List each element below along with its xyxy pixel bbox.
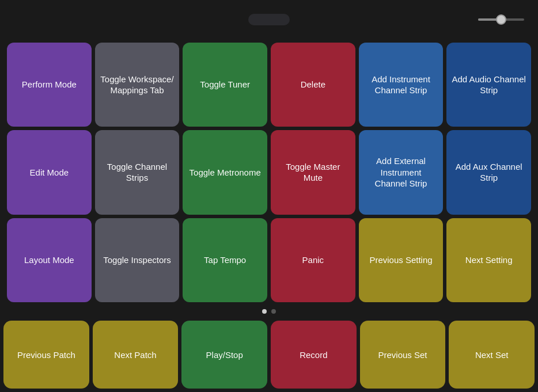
bottom-bar: Previous PatchNext PatchPlay/StopRecordP… [0, 317, 538, 392]
grid-btn-r1-c4[interactable]: Add External Instrument Channel Strip [359, 130, 444, 214]
grid-container: Perform ModeToggle Workspace/ Mappings T… [3, 39, 535, 306]
grid-btn-r1-c5[interactable]: Add Aux Channel Strip [446, 130, 531, 214]
grid-btn-r0-c4[interactable]: Add Instrument Channel Strip [359, 43, 444, 127]
grid-btn-r0-c5[interactable]: Add Audio Channel Strip [446, 43, 531, 127]
grid-btn-r2-c3[interactable]: Panic [271, 218, 355, 302]
nav-next-button[interactable] [274, 18, 278, 21]
grid-btn-r2-c5[interactable]: Next Setting [446, 218, 531, 302]
grid-btn-r2-c2[interactable]: Tap Tempo [183, 218, 267, 302]
pagination [3, 306, 535, 317]
header-right [478, 18, 531, 21]
grid-btn-r0-c2[interactable]: Toggle Tuner [183, 43, 267, 127]
bottom-btn-4[interactable]: Previous Set [360, 321, 446, 389]
grid-btn-r1-c1[interactable]: Toggle Channel Strips [95, 130, 180, 214]
bottom-btn-0[interactable]: Previous Patch [3, 321, 89, 389]
grid-btn-r2-c1[interactable]: Toggle Inspectors [95, 218, 180, 302]
grid-btn-r0-c0[interactable]: Perform Mode [7, 43, 92, 127]
bottom-btn-3[interactable]: Record [271, 321, 357, 389]
header-center [248, 14, 290, 25]
bottom-btn-1[interactable]: Next Patch [93, 321, 179, 389]
main-content: Perform ModeToggle Workspace/ Mappings T… [0, 39, 538, 317]
nav-prev-button[interactable] [260, 18, 264, 21]
bottom-btn-2[interactable]: Play/Stop [181, 321, 267, 389]
volume-control[interactable] [478, 18, 524, 21]
grid-btn-r1-c3[interactable]: Toggle Master Mute [271, 130, 355, 214]
grid-btn-r2-c4[interactable]: Previous Setting [359, 218, 444, 302]
grid-btn-r1-c2[interactable]: Toggle Metronome [183, 130, 267, 214]
grid-btn-r2-c0[interactable]: Layout Mode [7, 218, 92, 302]
pagination-dot-0[interactable] [262, 309, 267, 314]
grid-btn-r1-c0[interactable]: Edit Mode [7, 130, 92, 214]
bottom-btn-5[interactable]: Next Set [449, 321, 535, 389]
header [0, 0, 538, 39]
grid-btn-r0-c3[interactable]: Delete [271, 43, 355, 127]
volume-bar[interactable] [478, 18, 524, 21]
grid-btn-r0-c1[interactable]: Toggle Workspace/ Mappings Tab [95, 43, 180, 127]
pagination-dot-1[interactable] [271, 309, 276, 314]
volume-knob[interactable] [496, 14, 506, 25]
